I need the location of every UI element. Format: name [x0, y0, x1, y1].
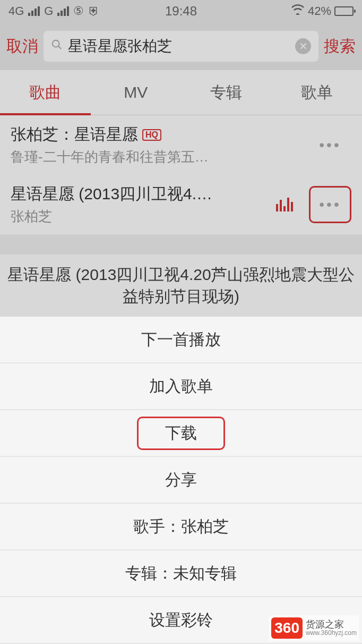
- sheet-album[interactable]: 专辑：未知专辑: [0, 550, 362, 597]
- watermark: 360 货源之家 www.360hyzj.com: [269, 615, 359, 641]
- action-sheet: 星语星愿 (2013四川卫视4.20芦山强烈地震大型公益特别节目现场) 下一首播…: [0, 255, 362, 644]
- watermark-badge: 360: [271, 617, 303, 639]
- sheet-add-playlist[interactable]: 加入歌单: [0, 363, 362, 410]
- watermark-text: 货源之家: [306, 620, 357, 630]
- sheet-share[interactable]: 分享: [0, 457, 362, 504]
- sheet-title: 星语星愿 (2013四川卫视4.20芦山强烈地震大型公益特别节目现场): [0, 255, 362, 317]
- watermark-url: www.360hyzj.com: [306, 630, 357, 637]
- sheet-play-next[interactable]: 下一首播放: [0, 317, 362, 363]
- sheet-download[interactable]: 下载: [0, 410, 362, 457]
- sheet-artist[interactable]: 歌手：张柏芝: [0, 504, 362, 550]
